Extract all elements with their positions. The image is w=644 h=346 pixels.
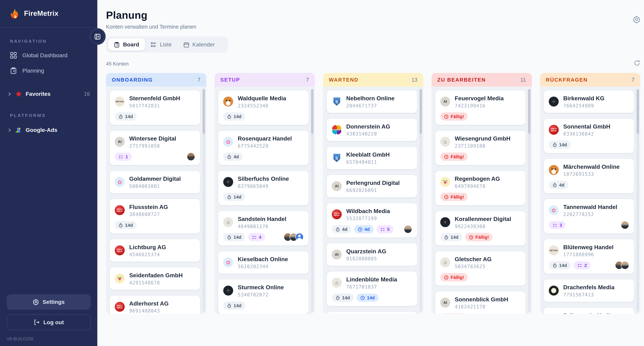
melon-logo-icon — [440, 177, 450, 187]
badge-label: 5 — [387, 227, 390, 232]
timer-badge: 14d — [223, 193, 245, 201]
board-column-rückfragen: RÜCKFRAGEN 7 ✧ Birkenwald KG 7664254989 … — [540, 73, 640, 314]
timer-badge: 4d — [223, 153, 243, 161]
account-id: 8379865049 — [238, 183, 289, 189]
account-name: Wildbach Media — [346, 207, 390, 215]
column-scrollbar-thumb[interactable] — [311, 89, 314, 134]
sidebar-item-google-ads[interactable]: Google-Ads — [0, 122, 97, 138]
account-card[interactable]: MOLAMOLA Lichtburg AG 4546625374 — [109, 239, 200, 262]
account-card[interactable]: Waldquelle Media 2324552348 14d — [218, 90, 309, 125]
account-card[interactable]: Drachenfels Media 7791567413 — [544, 279, 634, 302]
account-card[interactable]: MOLAMOLA Wildbach Media 5532877199 4d4d5 — [326, 203, 418, 238]
timer-icon — [336, 227, 340, 231]
account-card[interactable] — [326, 311, 418, 314]
account-card[interactable]: MOLAMOLA Adlerhorst AG 9691408043 14d — [109, 295, 200, 314]
account-card[interactable]: HEYHO Sternenfeld GmbH 5017742831 14d — [109, 90, 200, 125]
build-version: V8-BUILD258 — [6, 336, 97, 341]
plate-logo-icon — [549, 285, 559, 295]
column-scrollbar — [202, 89, 205, 312]
logout-button[interactable]: Log out — [6, 314, 91, 330]
page-title: Planung — [106, 9, 196, 21]
column-scrollbar — [311, 89, 314, 312]
account-card[interactable]: AI Wintersee Digital 2757991058 1 — [109, 130, 200, 165]
column-header: RÜCKFRAGEN 7 — [540, 73, 640, 87]
user-avatar — [404, 225, 412, 233]
account-card[interactable]: AI Perlengrund Digital 6692026091 — [326, 175, 418, 198]
account-id: 7671701837 — [346, 284, 397, 290]
due-badge: Fällig! — [440, 153, 468, 161]
account-card[interactable]: HEYHO Donnerstein AG 4383140228 — [326, 118, 418, 141]
sidebar-collapse-button[interactable] — [91, 30, 104, 43]
account-card[interactable]: ✧ Silberfuchs Online 8379865049 14d — [218, 170, 309, 206]
account-card[interactable]: ✧ Birkenwald KG 7664254989 — [544, 90, 634, 113]
account-id: 2044671737 — [346, 103, 394, 109]
account-card[interactable]: S Kleeblatt GmbH 6570494011 — [326, 146, 418, 170]
account-card[interactable]: ✧ Korallenmeer Digital 9922439308 14dFäl… — [435, 210, 526, 246]
google-ads-icon — [15, 127, 22, 133]
account-name: Wiesengrund GmbH — [455, 135, 510, 142]
account-id: 6692026091 — [346, 187, 400, 193]
account-card[interactable]: AI Feuervogel Media 7423199416 Fällig! — [435, 90, 526, 125]
column-scrollbar-thumb[interactable] — [202, 89, 205, 134]
account-card[interactable]: ⌂ Wiesengrund GmbH 2371109100 Fällig! — [435, 130, 526, 165]
account-card[interactable]: Falkenstein Media 9588964227 — [544, 307, 634, 314]
account-card[interactable]: HEYHO Blütenweg Handel 1771866996 14d2 — [544, 239, 634, 274]
column-scrollbar-thumb[interactable] — [420, 89, 422, 134]
due-clock-icon — [444, 154, 448, 159]
sidebar-item-planning[interactable]: Planning — [0, 63, 97, 78]
account-card[interactable]: MOLAMOLA Flussstein AG 3848608727 14d — [109, 199, 200, 234]
account-id: 4291548678 — [129, 280, 183, 285]
app-title: FireMetrix — [24, 10, 58, 18]
account-card[interactable]: ✧ Sturmeck Online 5340702072 14d — [218, 279, 309, 314]
sidebar-item-favorites[interactable]: Favorites 10 — [0, 86, 97, 102]
account-card[interactable]: S Nebelhorn Online 2044671737 — [326, 90, 418, 113]
due-badge: Fällig! — [440, 112, 468, 121]
account-name: Märchenwald Online — [563, 163, 620, 170]
account-name: Goldammer Digital — [129, 175, 181, 182]
account-name: Sonnental GmbH — [563, 123, 610, 130]
account-card[interactable]: ✿ Rosenquarz Handel 6775442529 4d — [218, 130, 309, 165]
tiger-logo-icon — [223, 97, 233, 107]
account-card[interactable]: ⌂ Lindenblüte Media 7671701837 14d14d — [326, 271, 418, 306]
timer-badge: 14d — [223, 112, 245, 121]
arch-logo-icon: ⌂ — [440, 137, 450, 147]
timer-icon — [227, 114, 232, 119]
account-card[interactable]: ✿ Tannenwald Handel 2202778252 3 — [544, 199, 634, 234]
account-card[interactable]: Regenbogen AG 6497994670 Fällig! — [435, 170, 526, 206]
column-count: 7 — [632, 77, 634, 83]
account-name: Feuervogel Media — [455, 95, 504, 102]
account-card[interactable]: ✿ Goldammer Digital 5804003801 — [109, 170, 200, 194]
badge-label: 4d — [559, 182, 564, 187]
account-card[interactable]: ⌂ Sandstein Handel 4649081176 14d4 — [218, 210, 309, 246]
account-card[interactable]: AI Quarzstein AG 9162880085 — [326, 243, 418, 266]
refresh-button[interactable] — [634, 60, 640, 68]
mola-logo-icon: MOLAMOLA — [549, 125, 559, 135]
page-settings-button[interactable] — [633, 16, 640, 25]
account-id: 2371109100 — [455, 143, 510, 149]
account-card[interactable]: MOLAMOLA Sonnental GmbH 8336136842 14d — [544, 118, 634, 153]
account-card[interactable]: ⌂ Gletscher AG 5034783625 Fällig! — [435, 251, 526, 286]
settings-label: Settings — [43, 299, 65, 305]
account-card[interactable]: Seidenfaden GmbH 4291548678 — [109, 267, 200, 290]
account-card[interactable]: Märchenwald Online 1072691533 4d — [544, 158, 634, 193]
gear-icon — [33, 299, 39, 305]
star-icon — [15, 91, 22, 97]
board-column-wartend: WARTEND 13 S Nebelhorn Online 2044671737… — [323, 73, 423, 314]
account-id: 2324552348 — [238, 103, 286, 109]
account-id: 9922439308 — [455, 223, 511, 229]
due-clock-icon — [444, 275, 448, 279]
sidebar-item-global-dashboard[interactable]: Global Dashboard — [0, 48, 97, 63]
account-card[interactable]: ✿ Kieselbach Online 5610202344 — [218, 251, 309, 274]
due-badge: Fällig! — [440, 193, 468, 201]
tab-kalender[interactable]: Kalender — [178, 39, 221, 51]
tab-board[interactable]: Board — [108, 39, 145, 51]
tiger-logo-icon — [549, 165, 559, 175]
column-scrollbar-thumb[interactable] — [636, 89, 639, 134]
account-card[interactable]: AI Sonnenblick GmbH 4162421170 Fällig! — [435, 291, 526, 314]
platforms-section-label: PLATFORMS — [0, 113, 97, 118]
column-scrollbar-thumb[interactable] — [528, 89, 530, 134]
account-name: Birkenwald KG — [563, 95, 604, 102]
account-name: Kleeblatt GmbH — [346, 151, 390, 158]
tab-liste[interactable]: Liste — [145, 39, 178, 51]
settings-button[interactable]: Settings — [6, 294, 91, 310]
